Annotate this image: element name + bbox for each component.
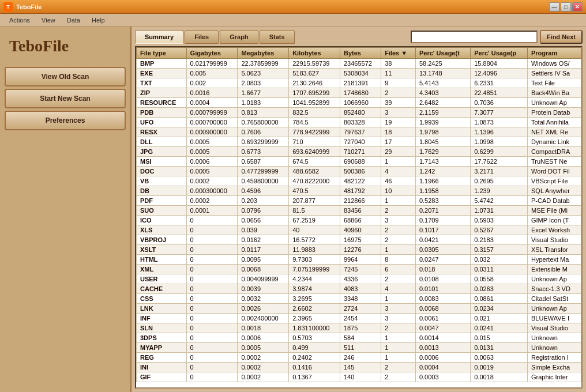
- table-cell: 0.813: [238, 108, 289, 118]
- table-row: GIF00.00020.136714020.00030.0018Graphic …: [137, 372, 581, 382]
- start-new-scan-button[interactable]: Start New Scan: [5, 89, 126, 108]
- table-cell: 2.6602: [289, 304, 340, 314]
- table-cell: GIMP Icon (T: [527, 216, 581, 225]
- table-cell: 46: [381, 176, 416, 186]
- table-cell: 29: [381, 147, 416, 157]
- table-cell: 58.2425: [415, 59, 470, 69]
- table-cell: 0.002400000: [238, 314, 289, 323]
- preferences-button[interactable]: Preferences: [5, 111, 126, 130]
- table-cell: Snacc-1.3 VD: [527, 284, 581, 294]
- table-cell: 852480: [340, 108, 381, 118]
- table-cell: 81.5: [289, 206, 340, 216]
- table-cell: 0.0095: [238, 255, 289, 265]
- table-cell: 0: [186, 333, 238, 343]
- table-cell: JPG: [137, 147, 187, 157]
- table-cell: 511: [340, 343, 381, 353]
- table-cell: 207.877: [289, 196, 340, 206]
- table-cell: MSE File (Mi: [527, 206, 581, 216]
- table-cell: 1.8045: [415, 137, 470, 147]
- topbar: Summary Files Graph Stats Find Next: [135, 30, 583, 44]
- table-cell: 0: [186, 343, 238, 353]
- table-row: ZIP0.00161.66771707.695299174868024.3403…: [137, 88, 581, 98]
- table-cell: VBScript File: [527, 176, 581, 186]
- tab-stats[interactable]: Stats: [260, 30, 295, 44]
- table-cell: MYAPP: [137, 343, 187, 353]
- table-cell: 0.0162: [238, 235, 289, 245]
- find-next-button[interactable]: Find Next: [540, 30, 583, 44]
- table-cell: 0.021799999: [186, 59, 238, 69]
- table-cell: 2: [381, 88, 416, 98]
- table-cell: XSL Transfor: [527, 245, 581, 255]
- table-cell: 0.5903: [471, 216, 528, 225]
- table-cell: 0.4596: [238, 186, 289, 196]
- minimize-button[interactable]: —: [549, 2, 559, 12]
- table-cell: 2.0803: [238, 78, 289, 88]
- table-cell: 12.4096: [471, 69, 528, 78]
- table-cell: 0.0083: [415, 294, 470, 304]
- table-cell: Windows OS/: [527, 59, 581, 69]
- table-cell: Unknown Ap: [527, 98, 581, 108]
- menu-actions[interactable]: Actions: [5, 16, 35, 25]
- table-cell: 0.005: [186, 69, 238, 78]
- table-cell: 0.1367: [289, 372, 340, 382]
- table-cell: 727040: [340, 137, 381, 147]
- table-cell: XSLT: [137, 245, 187, 255]
- table-cell: 0.000900000: [186, 127, 238, 137]
- table-cell: SLN: [137, 323, 187, 333]
- table-cell: NET XML Re: [527, 127, 581, 137]
- menu-data[interactable]: Data: [62, 16, 85, 25]
- table-cell: 3: [381, 108, 416, 118]
- table-cell: 0.0005: [186, 147, 238, 157]
- table-cell: 1: [381, 343, 416, 353]
- table-cell: 797637: [340, 127, 381, 137]
- table-cell: 6.2331: [471, 78, 528, 88]
- table-cell: 1.239: [471, 186, 528, 196]
- close-button[interactable]: ✕: [572, 2, 583, 12]
- table-cell: 0.5703: [289, 333, 340, 343]
- menu-help[interactable]: Help: [87, 16, 110, 25]
- main-layout: TeboFile View Old Scan Start New Scan Pr…: [0, 27, 586, 392]
- search-input[interactable]: [411, 31, 538, 43]
- table-cell: 0.0002: [238, 363, 289, 372]
- col-program: Program: [527, 48, 581, 59]
- table-cell: 674.5: [289, 157, 340, 167]
- table-cell: 0.0061: [415, 314, 470, 323]
- maximize-button[interactable]: □: [561, 2, 571, 12]
- table-cell: Unknown Ap: [527, 274, 581, 284]
- data-table-container[interactable]: File type Gigabytes Megabytes Kilobytes …: [135, 46, 583, 389]
- table-cell: 0.0005: [186, 137, 238, 147]
- table-cell: 0.0018: [238, 323, 289, 333]
- titlebar-title: TeboFile: [16, 3, 549, 10]
- table-cell: DB: [137, 186, 187, 196]
- table-cell: Text File: [527, 78, 581, 88]
- table-cell: CSS: [137, 294, 187, 304]
- table-cell: 0.0311: [471, 265, 528, 274]
- tab-group: Summary Files Graph Stats: [135, 30, 295, 44]
- table-cell: Visual Studio: [527, 323, 581, 333]
- table-row: DOC0.00050.477299999488.658250038641.242…: [137, 167, 581, 176]
- table-row: UFO0.0007000000.765800000784.5803328191.…: [137, 118, 581, 127]
- table-cell: BMP: [137, 59, 187, 69]
- table-cell: 7.075199999: [289, 265, 340, 274]
- table-cell: 481792: [340, 186, 381, 196]
- tab-summary[interactable]: Summary: [135, 30, 183, 44]
- table-cell: 1.9939: [415, 118, 470, 127]
- tab-graph[interactable]: Graph: [220, 30, 258, 44]
- table-cell: 0.0019: [471, 363, 528, 372]
- menubar: Actions View Data Help: [0, 14, 586, 27]
- col-files: Files ▼: [381, 48, 416, 59]
- col-perc-usage-p: Perc' Usage(p: [471, 48, 528, 59]
- view-old-scan-button[interactable]: View Old Scan: [5, 67, 126, 86]
- table-row: XLS00.039404096020.10170.5267Excel Works…: [137, 225, 581, 235]
- table-cell: 0.015: [471, 333, 528, 343]
- table-cell: 0.0241: [471, 323, 528, 333]
- table-cell: 10: [381, 186, 416, 196]
- table-row: CACHE00.00393.9874408340.01010.0263Snacc…: [137, 284, 581, 294]
- tab-files[interactable]: Files: [185, 30, 219, 44]
- menu-view[interactable]: View: [37, 16, 60, 25]
- table-cell: 22.4851: [471, 88, 528, 98]
- table-cell: 212866: [340, 196, 381, 206]
- table-cell: 6: [381, 265, 416, 274]
- table-cell: 145: [340, 363, 381, 372]
- table-cell: 1066960: [340, 98, 381, 108]
